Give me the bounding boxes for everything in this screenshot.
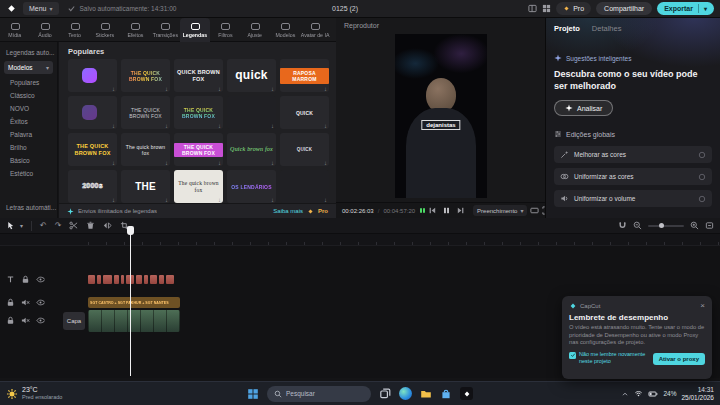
previous-frame-icon[interactable] <box>428 206 437 215</box>
caption-template-card[interactable]: OS LENDÁRIOS ↓ <box>227 170 276 203</box>
mute-icon[interactable] <box>21 316 30 325</box>
download-icon[interactable]: ↓ <box>271 123 274 129</box>
edge-browser-icon[interactable] <box>399 387 412 400</box>
caption-template-card[interactable]: THE QUICK BROWN FOX ↓ <box>121 59 170 92</box>
ribbon-tab[interactable]: Avatar de IA <box>300 18 330 42</box>
timeline-zoom-slider[interactable] <box>648 225 684 227</box>
delete-icon[interactable] <box>86 221 95 230</box>
sidebar-item[interactable]: Êxitos <box>0 115 57 128</box>
lock-icon[interactable] <box>21 275 30 284</box>
enable-proxy-button[interactable]: Ativar o proxy <box>653 353 705 365</box>
text-clip[interactable] <box>103 275 112 284</box>
sidebar-item[interactable]: NOVO <box>0 102 57 115</box>
download-icon[interactable]: ↓ <box>165 123 168 129</box>
magnet-icon[interactable] <box>618 221 627 230</box>
close-icon[interactable]: × <box>700 302 705 310</box>
lock-icon[interactable] <box>6 298 15 307</box>
timeline-ruler[interactable]: 00:0005:0010:0015:0020:0025:0030:00 <box>0 234 720 246</box>
file-explorer-icon[interactable] <box>420 388 432 400</box>
text-clip[interactable] <box>136 275 142 284</box>
ribbon-tab[interactable]: Stickers <box>90 18 120 42</box>
text-clip[interactable] <box>144 275 148 284</box>
caption-template-card[interactable]: QUICK ↓ <box>280 96 329 129</box>
download-icon[interactable]: ↓ <box>218 160 221 166</box>
caption-template-card[interactable]: quick ↓ <box>227 59 276 92</box>
caption-template-card[interactable]: ↓ <box>227 96 276 129</box>
caption-template-card[interactable]: THE QUICK BROWN FOX ↓ <box>174 133 223 166</box>
download-icon[interactable]: ↓ <box>271 86 274 92</box>
aspect-ratio-icon[interactable] <box>530 206 539 215</box>
text-clip[interactable] <box>166 275 174 284</box>
download-icon[interactable]: ↓ <box>271 160 274 166</box>
share-button[interactable]: Compartilhar <box>596 2 652 15</box>
fit-timeline-icon[interactable] <box>705 221 714 230</box>
text-clip[interactable] <box>88 275 95 284</box>
toggle-icon[interactable] <box>698 151 706 159</box>
pro-badge[interactable]: Pro <box>556 2 591 15</box>
sidebar-group-modelos[interactable]: Modelos ▾ <box>4 61 53 74</box>
toggle-icon[interactable] <box>698 173 706 181</box>
ribbon-tab[interactable]: Ajuste <box>240 18 270 42</box>
tab-projeto[interactable]: Projeto <box>554 24 580 33</box>
caption-template-card[interactable]: THE ↓ <box>121 170 170 203</box>
download-icon[interactable]: ↓ <box>218 123 221 129</box>
mute-icon[interactable] <box>21 298 30 307</box>
taskbar-clock[interactable]: 14:31 25/01/2026 <box>681 386 714 402</box>
pause-icon[interactable] <box>442 206 451 215</box>
export-button[interactable]: Exportar ▾ <box>657 2 714 15</box>
analyze-button[interactable]: Analisar <box>554 100 613 116</box>
banner-link[interactable]: Saiba mais <box>273 208 303 214</box>
caption-template-card[interactable]: 2000s ↓ <box>68 170 117 203</box>
layout-icon[interactable] <box>528 4 537 13</box>
download-icon[interactable]: ↓ <box>324 160 327 166</box>
sidebar-item[interactable]: Básico <box>0 154 57 167</box>
mirror-icon[interactable] <box>103 221 112 230</box>
taskbar-search[interactable]: Pesquisar <box>267 386 371 402</box>
caption-clip[interactable]: SGT CASTRO + SGT PAKHUR + SGT NANTES <box>88 297 180 308</box>
download-icon[interactable]: ↓ <box>165 160 168 166</box>
caption-template-card[interactable]: ↓ <box>68 59 117 92</box>
caption-template-card[interactable]: RAPOSA MARROM ↓ <box>280 59 329 92</box>
next-frame-icon[interactable] <box>456 206 465 215</box>
edit-melhorar-cores[interactable]: Melhorar as cores <box>554 146 712 163</box>
sidebar-item[interactable]: Brilho <box>0 141 57 154</box>
undo-icon[interactable]: ↶ <box>40 222 47 230</box>
text-clip[interactable] <box>97 275 101 284</box>
zoom-slider-knob[interactable] <box>659 223 664 228</box>
ribbon-tab[interactable]: Modelos <box>270 18 300 42</box>
download-icon[interactable]: ↓ <box>165 86 168 92</box>
select-tool-button[interactable]: ▾ <box>6 221 23 230</box>
redo-icon[interactable]: ↷ <box>55 222 62 230</box>
edit-uniformizar-cores[interactable]: Uniformizar as cores <box>554 168 712 185</box>
eye-icon[interactable] <box>36 298 45 307</box>
caption-template-card[interactable]: THE QUICK BROWN FOX ↓ <box>121 96 170 129</box>
caption-template-card[interactable]: THE QUICK BROWN FOX ↓ <box>68 133 117 166</box>
caption-template-card[interactable]: QUICK ↓ <box>280 133 329 166</box>
ribbon-tab[interactable]: Áudio <box>30 18 60 42</box>
dont-remind-checkbox[interactable]: Não me lembre novamente neste projeto <box>569 351 649 365</box>
download-icon[interactable]: ↓ <box>112 86 115 92</box>
ribbon-tab[interactable]: Mídia <box>0 18 30 42</box>
caption-template-card[interactable]: QUICK BROWN FOX ↓ <box>174 59 223 92</box>
video-preview[interactable]: dejanistas <box>395 34 487 198</box>
ribbon-tab[interactable]: Texto <box>60 18 90 42</box>
sidebar-item-legendas-automaticas[interactable]: Legendas auto... <box>0 46 57 59</box>
sidebar-item[interactable]: Estético <box>0 167 57 180</box>
wifi-icon[interactable] <box>634 389 643 398</box>
sidebar-item[interactable]: Populares <box>0 76 57 89</box>
lock-icon[interactable] <box>6 316 15 325</box>
zoom-in-icon[interactable] <box>690 221 699 230</box>
tab-detalhes[interactable]: Detalhes <box>592 24 622 33</box>
download-icon[interactable]: ↓ <box>324 86 327 92</box>
text-clip[interactable] <box>159 275 164 284</box>
ribbon-tab[interactable]: Legendas <box>180 18 210 42</box>
start-button[interactable] <box>247 388 259 400</box>
text-clip[interactable] <box>114 275 119 284</box>
download-icon[interactable]: ↓ <box>218 86 221 92</box>
playhead[interactable] <box>130 226 131 376</box>
promo-banner[interactable]: Envios ilimitados de legendas Saiba mais… <box>59 203 336 218</box>
battery-icon[interactable] <box>648 389 658 399</box>
download-icon[interactable]: ↓ <box>112 160 115 166</box>
ribbon-tab[interactable]: Efeitos <box>120 18 150 42</box>
weather-widget[interactable]: 23°C Pred ensolarado <box>6 386 62 401</box>
